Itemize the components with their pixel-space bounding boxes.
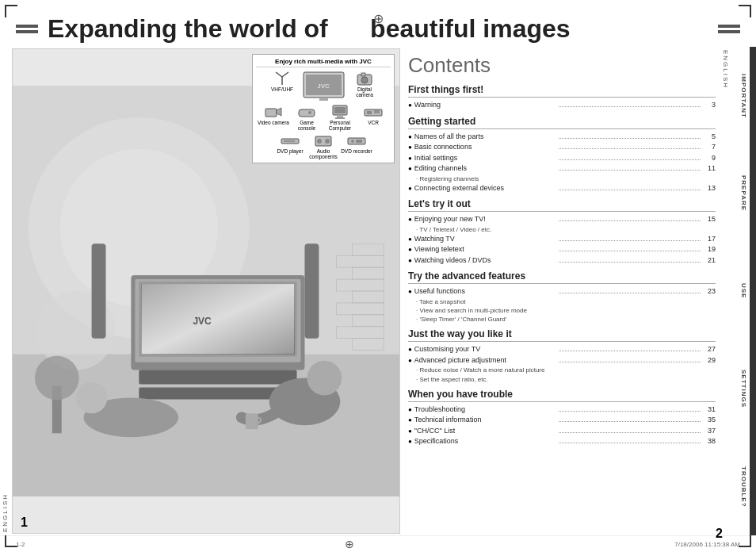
bullet: ● [408, 235, 412, 244]
svg-line-34 [282, 72, 288, 77]
svg-point-19 [76, 382, 108, 414]
item-page-videos: 21 [703, 255, 716, 266]
item-dots [559, 356, 701, 362]
jvc-device-digicam: Digital camera [349, 71, 380, 102]
jvc-device-dvd: DVD player [274, 132, 306, 159]
section-item-useful: ● Useful functions 23 [408, 286, 716, 297]
svg-point-17 [307, 361, 342, 396]
item-dots [559, 405, 701, 412]
section-first-things: First things first! ● Warning 3 [408, 84, 716, 111]
bullet: ● [408, 345, 412, 355]
header-line-3 [718, 25, 740, 28]
jvc-device-audio: Audio components [307, 132, 339, 159]
side-label-left: ENGLISH [0, 47, 10, 535]
svg-text:JVC: JVC [317, 82, 330, 90]
svg-rect-31 [246, 413, 258, 429]
item-text-warning: Warning [414, 100, 556, 111]
item-dots [559, 143, 701, 149]
item-dots [559, 256, 701, 263]
svg-rect-52 [367, 111, 372, 114]
bullet: ● [408, 245, 412, 255]
bullet: ● [408, 405, 412, 415]
bullet: ● [408, 154, 412, 163]
sub-item-noise: · Reduce noise / Watch a more natural pi… [408, 366, 716, 374]
section-trouble: When you have trouble ● Troubleshooting … [408, 389, 716, 447]
right-tab-use: USE [731, 242, 756, 339]
corner-mark-br [739, 535, 751, 547]
section-item-chcc: ● "CH/CC" List 37 [408, 426, 716, 437]
item-text-useful: Useful functions [414, 286, 556, 297]
svg-rect-44 [299, 109, 315, 117]
section-header-first-things: First things first! [408, 84, 716, 98]
item-page-useful: 23 [703, 286, 716, 297]
section-item-editing: ● Editing channels 11 [408, 163, 716, 174]
header-lines-left [16, 25, 38, 33]
item-dots [559, 101, 701, 107]
section-item-connecting: ● Connecting external devices 13 [408, 183, 716, 194]
illustration-area: JVC [12, 48, 400, 534]
bullet: ● [408, 132, 412, 142]
bottom-strip: 1-2 ⊕ 7/18/2006 11:15:38 AM [0, 535, 756, 552]
right-tab-label-prepare: PREPARE [740, 175, 747, 211]
svg-point-40 [361, 77, 368, 83]
item-dots [559, 154, 701, 160]
section-header-getting-started: Getting started [408, 116, 716, 129]
item-page-troubleshoot: 31 [703, 404, 716, 416]
jvc-device-vhf: VHF/UHF [266, 71, 298, 102]
bullet: ● [408, 143, 412, 152]
item-text-teletext: Viewing teletext [414, 244, 556, 255]
section-header-trouble: When you have trouble [408, 389, 716, 402]
item-dots [559, 184, 701, 190]
svg-text:JVC: JVC [193, 316, 212, 327]
item-page-watching: 17 [703, 234, 716, 245]
svg-rect-50 [335, 117, 345, 119]
top-crosshair: ⊕ [373, 11, 384, 26]
item-page-warning: 3 [703, 100, 716, 111]
bullet: ● [408, 256, 412, 266]
svg-point-46 [308, 111, 311, 114]
item-text-troubleshoot: Troubleshooting [414, 404, 556, 416]
item-dots [559, 427, 701, 433]
item-page-enjoying: 15 [703, 214, 716, 225]
section-item-warning: ● Warning 3 [408, 100, 716, 111]
section-item-troubleshoot: ● Troubleshooting 31 [408, 404, 716, 416]
bullet: ● [408, 184, 412, 194]
section-item-enjoying: ● Enjoying your new TV! 15 [408, 214, 716, 225]
contents-panel: Contents First things first! ● Warning 3… [402, 47, 720, 535]
right-tab-bar-important [750, 47, 756, 144]
jvc-device-game: Game console [291, 104, 323, 131]
header-line-1 [16, 25, 38, 28]
footer-timestamp: 7/18/2006 11:15:38 AM [674, 541, 740, 548]
right-tab-important: IMPORTANT [731, 47, 756, 144]
device-label-audio: Audio components [307, 148, 339, 159]
right-tab-label-settings: SETTINGS [740, 370, 747, 408]
bullet: ● [408, 416, 412, 425]
item-page-initial: 9 [703, 153, 716, 164]
item-page-editing: 11 [703, 163, 716, 174]
device-label-pc: Personal Computer [324, 120, 356, 131]
svg-rect-12 [92, 243, 106, 339]
right-tab-bar-trouble [750, 438, 756, 535]
right-tab-settings: SETTINGS [731, 340, 756, 438]
sub-item-registering: · Registering channels [408, 174, 716, 183]
jvc-device-tv: JVC [300, 71, 347, 102]
item-page-advanced-pic: 29 [703, 355, 716, 366]
item-page-customising: 27 [703, 344, 716, 355]
item-text-editing: Editing channels [414, 163, 556, 174]
device-label-game: Game console [291, 120, 323, 131]
bullet: ● [408, 287, 412, 297]
right-tab-trouble: TROUBLE? [731, 438, 756, 535]
page-number-left: 1 [21, 516, 28, 530]
item-dots [559, 416, 701, 422]
jvc-inset-title: Enjoy rich multi-media with JVC [256, 58, 391, 67]
header-line-4 [718, 30, 740, 33]
right-tab-bar-prepare [750, 144, 756, 242]
svg-line-33 [276, 72, 282, 77]
item-page-basic: 7 [703, 142, 716, 153]
item-text-videos: Watching videos / DVDs [414, 255, 556, 266]
svg-rect-10 [141, 284, 294, 355]
right-tab-bar-use [750, 242, 756, 339]
svg-rect-49 [337, 115, 343, 117]
header-title-left: Expanding the world of [48, 14, 328, 43]
item-text-advanced-pic: Advanced picture adjustment [414, 355, 556, 366]
